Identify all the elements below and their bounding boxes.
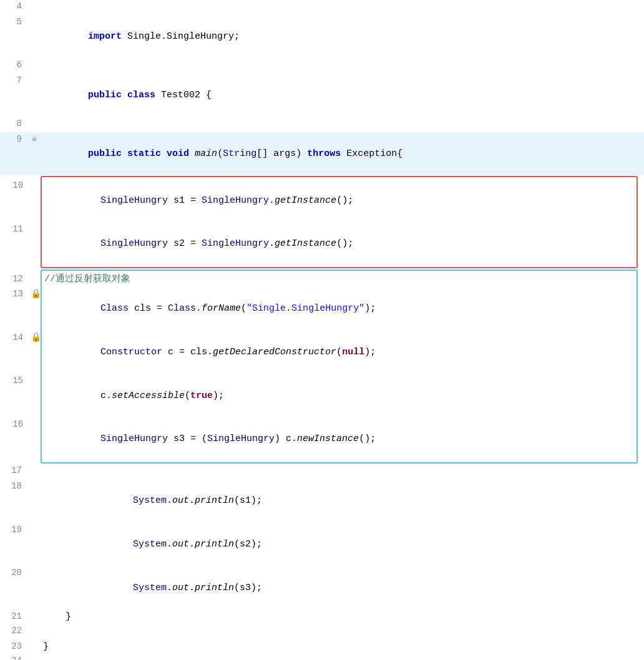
code-line-18: 18 System.out.println(s1); <box>0 479 644 523</box>
line-content: System.out.println(s2); <box>41 523 644 566</box>
line-number: 17 <box>0 464 28 478</box>
line-number: 23 <box>0 640 28 654</box>
code-line-19: 19 System.out.println(s2); <box>0 523 644 566</box>
line-number: 13 <box>1 288 29 301</box>
line-content: } <box>41 609 644 624</box>
line-content: public static void main(String[] args) t… <box>41 132 644 176</box>
code-line-11: 11 SingleHungry s2 = SingleHungry.getIns… <box>42 222 637 266</box>
line-content: import Single.SingleHungry; <box>41 15 644 59</box>
lock-icon-13: 🔒 <box>29 288 42 301</box>
code-line-22: 22 <box>0 624 644 639</box>
code-line-10: 10 SingleHungry s1 = SingleHungry.getIns… <box>42 178 637 222</box>
line-content: //通过反射获取对象 <box>42 272 637 286</box>
line-number: 24 <box>0 654 28 660</box>
line-content: public class Test002 { <box>41 74 644 117</box>
line-number: 11 <box>1 223 29 236</box>
code-line-23: 23 } <box>0 639 644 654</box>
line-content: c.setAccessible(true); <box>42 374 637 417</box>
code-line-15: 15 c.setAccessible(true); <box>42 374 637 417</box>
code-line-20: 20 System.out.println(s3); <box>0 566 644 609</box>
line-number: 18 <box>0 480 28 493</box>
line-content: System.out.println(s1); <box>41 479 644 523</box>
line-number: 6 <box>0 59 28 72</box>
line-number: 12 <box>1 273 29 286</box>
code-line-4: 4 <box>0 0 644 15</box>
lock-icon-14: 🔒 <box>29 331 42 345</box>
line-number: 8 <box>0 117 28 131</box>
code-line-7: 7 public class Test002 { <box>0 74 644 117</box>
line-number: 10 <box>1 179 29 193</box>
line-content: } <box>41 639 644 654</box>
code-line-14: 14 🔒 Constructor c = cls.getDeclaredCons… <box>42 331 637 374</box>
code-lines: 4 5 import Single.SingleHungry; 6 7 publ… <box>0 0 644 660</box>
code-editor: 4 5 import Single.SingleHungry; 6 7 publ… <box>0 0 644 660</box>
code-line-17: 17 <box>0 464 644 479</box>
code-line-16: 16 SingleHungry s3 = (SingleHungry) c.ne… <box>42 417 637 461</box>
line-content: SingleHungry s3 = (SingleHungry) c.newIn… <box>42 417 637 461</box>
line-number: 22 <box>0 624 28 638</box>
line-number: 15 <box>1 374 29 388</box>
code-line-9: 9 ⊖ public static void main(String[] arg… <box>0 132 644 176</box>
line-number: 20 <box>0 566 28 580</box>
red-box-group: 10 SingleHungry s1 = SingleHungry.getIns… <box>41 176 638 268</box>
line-number: 9 <box>0 133 28 147</box>
fold-indicator[interactable]: ⊖ <box>28 134 41 146</box>
code-line-21: 21 } <box>0 609 644 624</box>
line-number: 14 <box>1 331 29 345</box>
code-line-5: 5 import Single.SingleHungry; <box>0 15 644 59</box>
code-line-12: 12 //通过反射获取对象 <box>42 272 637 287</box>
line-number: 4 <box>0 0 28 14</box>
line-number: 7 <box>0 74 28 88</box>
code-line-24: 24 <box>0 654 644 660</box>
line-content: SingleHungry s2 = SingleHungry.getInstan… <box>42 222 637 266</box>
line-number: 16 <box>1 418 29 432</box>
line-content: Class cls = Class.forName("Single.Single… <box>42 287 637 331</box>
line-content: System.out.println(s3); <box>41 566 644 609</box>
code-line-13: 13 🔒 Class cls = Class.forName("Single.S… <box>42 287 637 331</box>
cyan-box-group: 12 //通过反射获取对象 13 🔒 Class cls = Class.for… <box>41 269 638 463</box>
line-number: 19 <box>0 523 28 537</box>
line-content: SingleHungry s1 = SingleHungry.getInstan… <box>42 178 637 222</box>
code-line-6: 6 <box>0 59 644 74</box>
line-number: 5 <box>0 16 28 29</box>
line-content: Constructor c = cls.getDeclaredConstruct… <box>42 331 637 374</box>
line-number: 21 <box>0 610 28 624</box>
code-line-8: 8 <box>0 117 644 132</box>
